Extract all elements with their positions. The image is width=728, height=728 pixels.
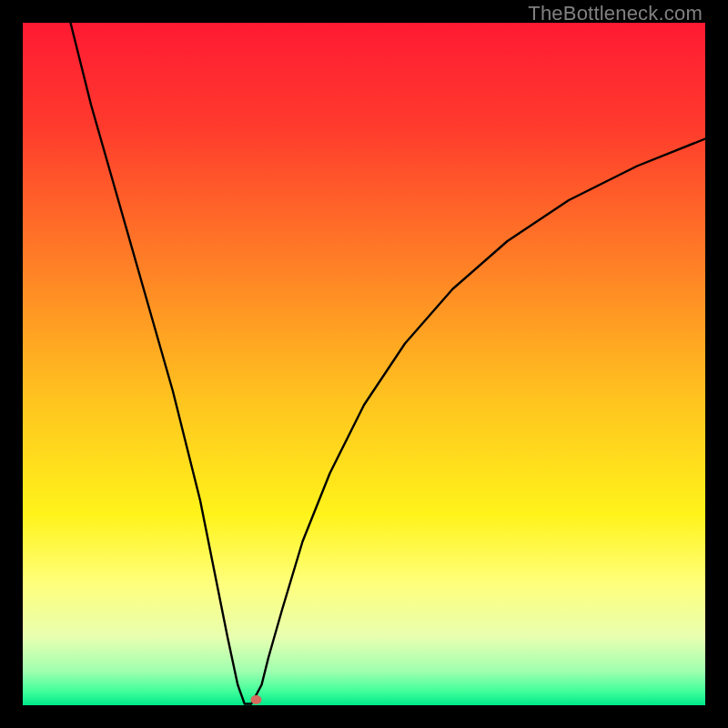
optimum-marker (251, 695, 262, 704)
gradient-background (23, 23, 705, 705)
chart-svg (23, 23, 705, 705)
plot-area (23, 23, 705, 705)
chart-frame: TheBottleneck.com (0, 0, 728, 728)
